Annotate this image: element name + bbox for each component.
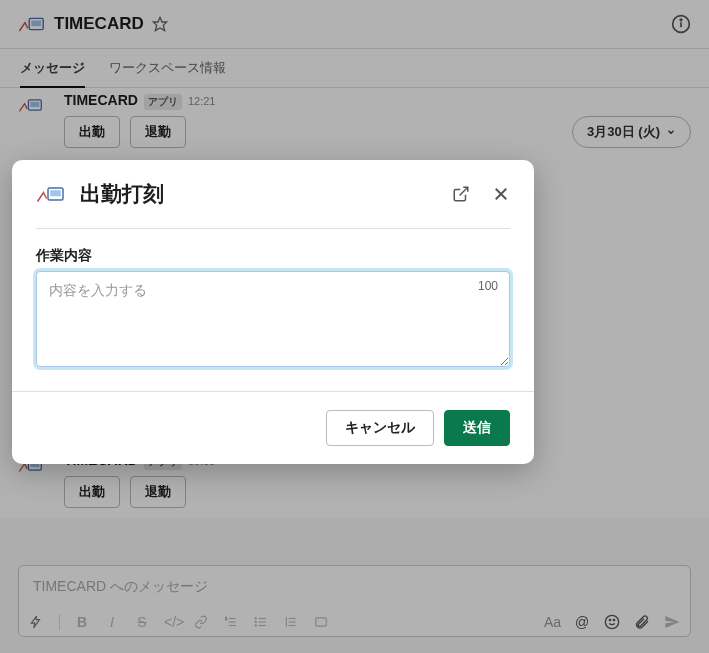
modal-header: 出勤打刻 [12, 160, 534, 228]
svg-line-30 [460, 187, 468, 195]
modal-body: 作業内容 100 [12, 229, 534, 391]
work-content-label: 作業内容 [36, 247, 510, 265]
external-link-icon[interactable] [452, 185, 470, 203]
modal-app-icon [36, 183, 68, 205]
work-content-input[interactable] [36, 271, 510, 367]
svg-rect-29 [50, 190, 61, 196]
char-counter: 100 [478, 279, 498, 293]
modal-footer: キャンセル 送信 [12, 391, 534, 464]
submit-button[interactable]: 送信 [444, 410, 510, 446]
modal-overlay[interactable]: 出勤打刻 作業内容 100 [0, 0, 709, 653]
cancel-button[interactable]: キャンセル [326, 410, 434, 446]
clock-in-modal: 出勤打刻 作業内容 100 [12, 160, 534, 464]
modal-title: 出勤打刻 [80, 180, 440, 208]
close-icon[interactable] [492, 185, 510, 203]
